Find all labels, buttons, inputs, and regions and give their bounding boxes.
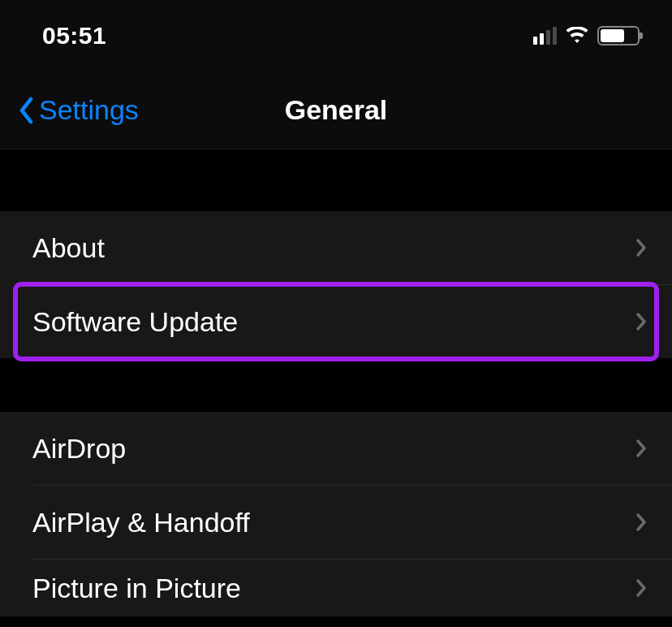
row-software-update[interactable]: Software Update — [0, 285, 672, 358]
chevron-right-icon — [633, 236, 649, 260]
status-bar: 05:51 — [0, 0, 672, 71]
page-title: General — [285, 94, 388, 126]
row-label: About — [32, 232, 633, 264]
chevron-right-icon — [633, 309, 649, 334]
cellular-signal-icon — [533, 27, 557, 45]
nav-bar: Settings General — [0, 71, 672, 149]
status-indicators — [533, 26, 640, 45]
row-label: AirDrop — [32, 433, 633, 465]
wifi-icon — [565, 27, 589, 45]
chevron-right-icon — [633, 436, 649, 461]
battery-icon — [597, 26, 640, 45]
row-label: AirPlay & Handoff — [32, 507, 633, 538]
back-label: Settings — [39, 94, 139, 126]
settings-section-2: AirDrop AirPlay & Handoff Picture in Pic… — [0, 412, 672, 616]
row-airdrop[interactable]: AirDrop — [0, 412, 672, 485]
row-label: Picture in Picture — [32, 573, 633, 604]
status-time: 05:51 — [42, 22, 106, 50]
chevron-right-icon — [633, 576, 649, 600]
row-label: Software Update — [32, 306, 633, 338]
content: About Software Update AirDrop — [0, 149, 672, 616]
row-picture-in-picture[interactable]: Picture in Picture — [0, 560, 672, 616]
chevron-left-icon — [16, 94, 36, 127]
row-airplay-handoff[interactable]: AirPlay & Handoff — [0, 486, 672, 559]
chevron-right-icon — [633, 510, 649, 534]
back-button[interactable]: Settings — [16, 94, 139, 127]
section-spacer — [0, 149, 672, 211]
section-spacer — [0, 358, 672, 412]
highlight-annotation: Software Update — [0, 285, 672, 358]
row-about[interactable]: About — [0, 211, 672, 284]
settings-section-1: About Software Update — [0, 211, 672, 358]
